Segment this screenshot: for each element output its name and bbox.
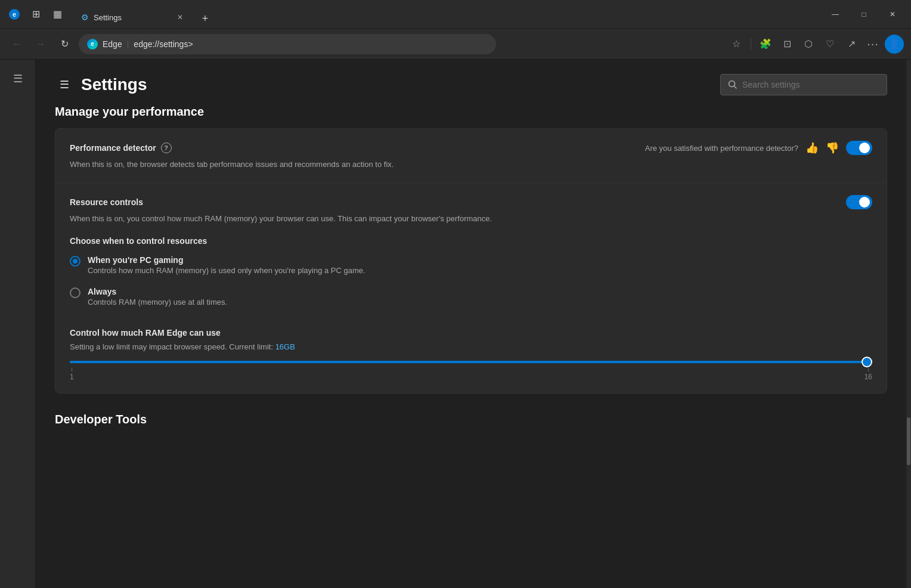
radio-gaming-input[interactable] bbox=[70, 256, 80, 267]
radio-gaming-desc: Controls how much RAM (memory) is used o… bbox=[88, 266, 365, 275]
radio-always-input[interactable] bbox=[70, 287, 80, 298]
ram-control-title: Control how much RAM Edge can use bbox=[70, 328, 221, 338]
page-scrollbar[interactable] bbox=[906, 60, 911, 588]
close-button[interactable]: ✕ bbox=[879, 5, 906, 24]
browser-icon: e bbox=[5, 5, 24, 24]
address-field[interactable]: e Edge | edge://settings> bbox=[79, 34, 496, 54]
toolbar-icons: ☆ 🧩 ⊡ ⬡ ♡ ↗ ··· 👤 bbox=[727, 35, 904, 54]
address-separator: | bbox=[127, 39, 129, 49]
performance-detector-header: Performance detector ? Are you satisfied… bbox=[70, 141, 872, 155]
settings-tab[interactable]: ⚙ Settings ✕ bbox=[74, 7, 193, 28]
page-title: Settings bbox=[81, 75, 147, 94]
search-box[interactable] bbox=[720, 74, 887, 95]
radio-always-desc: Controls RAM (memory) use at all times. bbox=[88, 298, 227, 307]
more-menu-button[interactable]: ··· bbox=[863, 35, 882, 54]
settings-title-row: ☰ Settings bbox=[55, 75, 147, 94]
radio-always-option: Always Controls RAM (memory) use at all … bbox=[70, 287, 872, 307]
sidebar-hamburger[interactable]: ☰ bbox=[6, 67, 30, 91]
settings-scroll: Manage your performance Performance dete… bbox=[36, 105, 906, 588]
profile-icon[interactable]: 👤 bbox=[885, 35, 904, 54]
performance-detector-title: Performance detector ? bbox=[70, 143, 172, 153]
radio-gaming-option: When you're PC gaming Controls how much … bbox=[70, 255, 872, 275]
favorites-collections-btn[interactable]: ⊞ bbox=[26, 5, 45, 24]
thumbs-up-icon[interactable]: 👍 bbox=[805, 141, 819, 154]
ram-slider-section: Control how much RAM Edge can use Settin… bbox=[70, 318, 872, 381]
search-icon bbox=[728, 80, 738, 89]
radio-gaming-labels: When you're PC gaming Controls how much … bbox=[88, 255, 365, 275]
performance-section-title: Manage your performance bbox=[55, 105, 887, 119]
settings-sidebar: ☰ bbox=[0, 60, 36, 588]
slider-fill bbox=[70, 361, 872, 363]
back-button[interactable]: ← bbox=[7, 35, 26, 54]
ram-control-desc: Setting a low limit may impact browser s… bbox=[70, 342, 872, 351]
wallet-icon[interactable]: ⬡ bbox=[799, 35, 818, 54]
developer-tools-title: Developer Tools bbox=[55, 413, 887, 426]
vertical-tabs-btn[interactable]: ▦ bbox=[48, 5, 67, 24]
resource-controls-right bbox=[846, 195, 872, 209]
resource-controls-desc: When this is on, you control how much RA… bbox=[70, 213, 872, 225]
radio-always-labels: Always Controls RAM (memory) use at all … bbox=[88, 287, 227, 307]
tab-strip: ⚙ Settings ✕ + bbox=[69, 0, 819, 28]
sidebar-toggle-icon[interactable]: ⊡ bbox=[777, 35, 797, 54]
slider-tick-max: 16 bbox=[864, 368, 872, 381]
slider-track bbox=[70, 361, 872, 363]
resource-controls-toggle[interactable] bbox=[846, 195, 872, 209]
edge-logo-icon: e bbox=[87, 39, 98, 49]
resource-controls-row: Resource controls When this is on, you c… bbox=[55, 183, 887, 394]
refresh-button[interactable]: ↻ bbox=[55, 35, 74, 54]
settings-tab-label: Settings bbox=[94, 13, 122, 22]
url-display: edge://settings> bbox=[134, 39, 193, 49]
choose-when-title: Choose when to control resources bbox=[70, 236, 872, 246]
thumbs-down-icon[interactable]: 👎 bbox=[826, 141, 839, 154]
slider-thumb[interactable] bbox=[862, 357, 872, 367]
slider-header: Control how much RAM Edge can use bbox=[70, 328, 872, 338]
share-icon[interactable]: ↗ bbox=[842, 35, 861, 54]
new-tab-button[interactable]: + bbox=[196, 9, 215, 28]
favorites-icon[interactable]: ☆ bbox=[727, 35, 746, 54]
slider-row: 1 16 bbox=[70, 361, 872, 381]
window-controls: — □ ✕ bbox=[822, 5, 906, 24]
scrollbar-thumb[interactable] bbox=[907, 417, 910, 465]
performance-card: Performance detector ? Are you satisfied… bbox=[55, 128, 887, 394]
extensions-icon[interactable]: 🧩 bbox=[756, 35, 775, 54]
titlebar: e ⊞ ▦ ⚙ Settings ✕ + — □ ✕ bbox=[0, 0, 911, 29]
performance-detector-help-icon[interactable]: ? bbox=[161, 143, 172, 153]
resource-controls-header: Resource controls bbox=[70, 195, 872, 209]
forward-button[interactable]: → bbox=[31, 35, 50, 54]
search-input[interactable] bbox=[742, 80, 879, 89]
radio-gaming-label: When you're PC gaming bbox=[88, 255, 365, 265]
choose-when-section: Choose when to control resources When yo… bbox=[70, 236, 872, 318]
svg-line-3 bbox=[735, 86, 737, 89]
maximize-button[interactable]: □ bbox=[850, 5, 878, 24]
settings-header: ☰ Settings bbox=[36, 60, 906, 105]
settings-tab-icon: ⚙ bbox=[81, 13, 89, 22]
slider-labels: 1 16 bbox=[70, 368, 872, 381]
copilot-icon[interactable]: ♡ bbox=[820, 35, 839, 54]
main-content: ☰ ☰ Settings Manage your performance bbox=[0, 60, 911, 588]
browser-name-label: Edge bbox=[103, 39, 122, 49]
feedback-question: Are you satisfied with performance detec… bbox=[645, 144, 798, 153]
slider-container: 1 16 bbox=[70, 361, 872, 381]
addressbar: ← → ↻ e Edge | edge://settings> ☆ 🧩 ⊡ ⬡ … bbox=[0, 29, 911, 60]
minimize-button[interactable]: — bbox=[822, 5, 849, 24]
settings-area: ☰ Settings Manage your performance bbox=[36, 60, 906, 588]
performance-detector-controls: Are you satisfied with performance detec… bbox=[645, 141, 872, 155]
radio-always-label: Always bbox=[88, 287, 227, 296]
settings-menu-button[interactable]: ☰ bbox=[55, 75, 74, 94]
svg-text:e: e bbox=[13, 11, 16, 18]
performance-detector-desc: When this is on, the browser detects tab… bbox=[70, 159, 872, 171]
toolbar-separator-1 bbox=[751, 38, 751, 50]
resource-controls-title: Resource controls bbox=[70, 197, 143, 207]
slider-tick-min: 1 bbox=[70, 368, 74, 381]
settings-tab-close[interactable]: ✕ bbox=[174, 11, 186, 23]
performance-detector-toggle[interactable] bbox=[846, 141, 872, 155]
current-limit-link[interactable]: 16GB bbox=[275, 342, 295, 351]
performance-detector-row: Performance detector ? Are you satisfied… bbox=[55, 129, 887, 183]
